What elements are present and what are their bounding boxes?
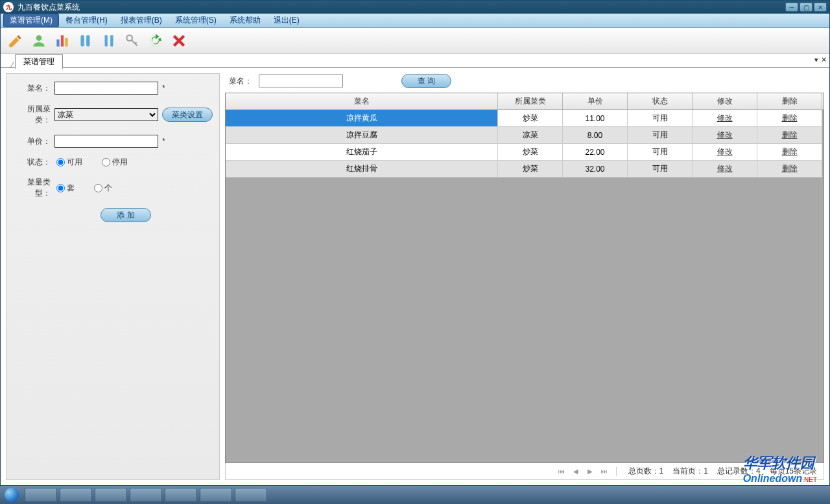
col-status[interactable]: 状态 (628, 93, 693, 109)
svg-rect-7 (110, 35, 113, 46)
minimize-button[interactable]: ─ (785, 3, 798, 12)
cell-status: 可用 (628, 161, 693, 178)
col-edit[interactable]: 修改 (693, 93, 757, 109)
col-delete[interactable]: 删除 (757, 93, 822, 109)
page-next-icon[interactable]: ▶ (585, 466, 595, 477)
taskbar-item[interactable] (165, 488, 197, 502)
menu-recipe[interactable]: 菜谱管理(M) (3, 14, 59, 27)
table-row[interactable]: 凉拌豆腐凉菜8.00可用修改删除 (226, 127, 824, 144)
tab-strip: 菜谱管理 ▾ ✕ (1, 54, 829, 68)
table-row[interactable]: 凉拌黄瓜炒菜11.00可用修改删除 (226, 110, 824, 127)
category-settings-button[interactable]: 菜类设置 (162, 108, 213, 122)
cell-edit[interactable]: 修改 (693, 161, 757, 178)
required-mark: * (162, 137, 165, 146)
cell-price: 11.00 (563, 110, 628, 127)
cell-edit[interactable]: 修改 (693, 110, 757, 127)
cell-delete[interactable]: 删除 (757, 144, 822, 161)
page-last-icon[interactable]: ⏭ (599, 466, 610, 477)
refresh-icon[interactable] (146, 31, 165, 51)
app-logo-icon: 九 (3, 2, 14, 12)
search-bar: 菜名： 查 询 (225, 73, 824, 93)
required-mark: * (162, 84, 165, 93)
svg-point-8 (126, 35, 132, 41)
col-category[interactable]: 所属菜类 (498, 93, 563, 109)
cell-edit[interactable]: 修改 (693, 144, 757, 161)
key-icon[interactable] (123, 31, 142, 51)
delete-icon[interactable] (169, 31, 189, 51)
name-label: 菜名： (13, 83, 51, 94)
menu-exit[interactable]: 退出(E) (267, 14, 306, 27)
tab-recipe-management[interactable]: 菜谱管理 (15, 54, 63, 69)
qty-single-radio[interactable]: 个 (94, 183, 112, 194)
grid-area: 菜名： 查 询 菜名 所属菜类 单价 状态 修改 删除 凉拌黄瓜炒菜11.00可… (225, 73, 824, 480)
menu-help[interactable]: 系统帮助 (223, 14, 267, 27)
taskbar-item[interactable] (25, 488, 57, 502)
name-input[interactable] (54, 82, 158, 95)
cell-category: 炒菜 (498, 110, 563, 127)
menu-table[interactable]: 餐台管理(H) (59, 14, 114, 27)
search-name-input[interactable] (259, 74, 343, 87)
price-label: 单价： (13, 136, 51, 147)
grid-header: 菜名 所属菜类 单价 状态 修改 删除 (226, 93, 824, 110)
svg-point-0 (36, 35, 42, 41)
taskbar-item[interactable] (60, 488, 92, 502)
pager-current-page: 当前页：1 (672, 466, 708, 477)
cell-price: 32.00 (563, 161, 628, 178)
menubar: 菜谱管理(M) 餐台管理(H) 报表管理(B) 系统管理(S) 系统帮助 退出(… (1, 14, 829, 28)
cell-category: 炒菜 (498, 144, 563, 161)
cell-name: 红烧茄子 (226, 144, 498, 161)
cell-status: 可用 (628, 110, 693, 127)
taskbar-item[interactable] (95, 488, 127, 502)
cell-category: 凉菜 (498, 127, 563, 144)
cell-status: 可用 (628, 144, 693, 161)
columns-icon[interactable] (76, 31, 95, 51)
taskbar-item[interactable] (235, 488, 267, 502)
search-button[interactable]: 查 询 (401, 74, 451, 88)
cell-edit[interactable]: 修改 (693, 127, 757, 144)
pause-icon[interactable] (99, 31, 119, 51)
status-available-radio[interactable]: 可用 (56, 157, 82, 168)
cell-delete[interactable]: 删除 (757, 127, 822, 144)
col-name[interactable]: 菜名 (226, 93, 498, 109)
chart-icon[interactable] (53, 31, 72, 51)
app-window: 九 九百餐饮点菜系统 ─ ▢ ✕ 菜谱管理(M) 餐台管理(H) 报表管理(B)… (0, 0, 830, 486)
col-price[interactable]: 单价 (563, 93, 628, 109)
window-controls: ─ ▢ ✕ (785, 3, 827, 12)
menu-report[interactable]: 报表管理(B) (114, 14, 169, 27)
table-row[interactable]: 红烧茄子炒菜22.00可用修改删除 (226, 144, 824, 161)
page-first-icon[interactable]: ⏮ (556, 466, 567, 477)
qty-set-radio[interactable]: 套 (56, 183, 75, 194)
svg-rect-1 (56, 39, 59, 46)
category-select[interactable]: 凉菜 (54, 108, 158, 121)
cell-delete[interactable]: 删除 (757, 161, 822, 178)
svg-rect-6 (105, 35, 108, 46)
svg-rect-4 (80, 35, 84, 46)
cell-name: 凉拌豆腐 (226, 127, 498, 144)
window-title: 九百餐饮点菜系统 (18, 2, 785, 13)
table-row[interactable]: 红烧排骨炒菜32.00可用修改删除 (226, 161, 824, 178)
qty-label: 菜量类型： (13, 177, 51, 199)
cell-price: 22.00 (563, 144, 628, 161)
price-input[interactable] (54, 135, 158, 148)
status-disabled-radio[interactable]: 停用 (102, 157, 128, 168)
add-button[interactable]: 添 加 (101, 208, 150, 222)
taskbar-item[interactable] (130, 488, 162, 502)
close-window-button[interactable]: ✕ (814, 3, 827, 12)
category-label: 所属菜类： (13, 104, 51, 126)
menu-system[interactable]: 系统管理(S) (169, 14, 223, 27)
cell-price: 8.00 (563, 127, 628, 144)
maximize-button[interactable]: ▢ (800, 3, 812, 12)
tab-close-icon[interactable]: ✕ (821, 56, 827, 64)
pager-total-pages: 总页数：1 (628, 466, 664, 477)
workarea: 菜名： * 所属菜类： 凉菜 菜类设置 单价： * 状态： 可用 停用 (1, 68, 829, 485)
svg-rect-2 (61, 35, 64, 46)
tab-dropdown-icon[interactable]: ▾ (814, 56, 818, 64)
user-icon[interactable] (29, 31, 49, 51)
start-button[interactable] (0, 486, 23, 504)
edit-icon[interactable] (6, 31, 25, 51)
taskbar-item[interactable] (200, 488, 232, 502)
svg-rect-3 (65, 38, 67, 46)
cell-delete[interactable]: 删除 (757, 110, 822, 127)
taskbar (0, 486, 830, 504)
page-prev-icon[interactable]: ◀ (571, 466, 581, 477)
